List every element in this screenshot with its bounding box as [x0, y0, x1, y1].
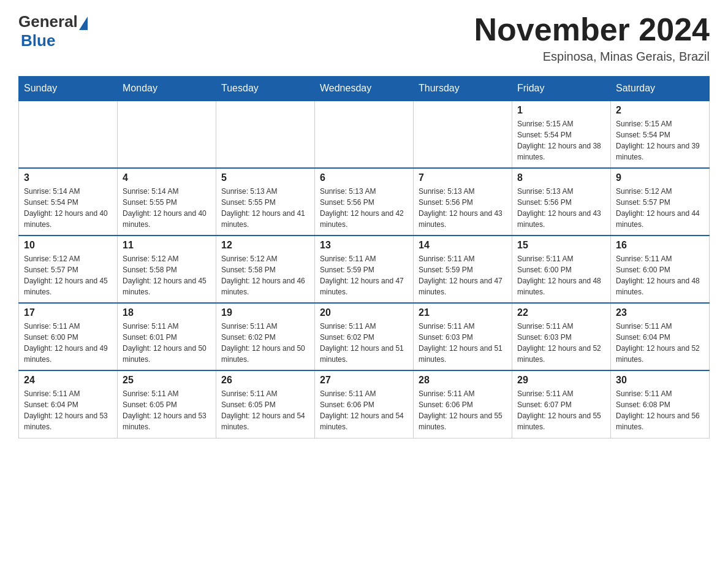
- day-number: 9: [616, 172, 704, 183]
- day-info: Sunrise: 5:13 AM Sunset: 5:55 PM Dayligh…: [221, 186, 309, 230]
- day-info: Sunrise: 5:13 AM Sunset: 5:56 PM Dayligh…: [517, 186, 605, 230]
- calendar-day-cell: 21Sunrise: 5:11 AM Sunset: 6:03 PM Dayli…: [414, 303, 512, 370]
- calendar-day-cell: 25Sunrise: 5:11 AM Sunset: 6:05 PM Dayli…: [118, 370, 216, 438]
- day-info: Sunrise: 5:11 AM Sunset: 6:05 PM Dayligh…: [221, 388, 309, 432]
- day-number: 5: [221, 172, 309, 183]
- day-info: Sunrise: 5:11 AM Sunset: 5:59 PM Dayligh…: [419, 253, 507, 297]
- calendar-day-cell: [118, 101, 216, 168]
- day-of-week-header: Tuesday: [216, 77, 315, 101]
- day-number: 20: [320, 307, 408, 318]
- calendar-day-cell: 27Sunrise: 5:11 AM Sunset: 6:06 PM Dayli…: [315, 370, 414, 438]
- day-info: Sunrise: 5:11 AM Sunset: 6:03 PM Dayligh…: [419, 321, 507, 365]
- day-number: 17: [24, 307, 112, 318]
- calendar-day-cell: 22Sunrise: 5:11 AM Sunset: 6:03 PM Dayli…: [512, 303, 611, 370]
- day-info: Sunrise: 5:13 AM Sunset: 5:56 PM Dayligh…: [419, 186, 507, 230]
- calendar-week-row: 1Sunrise: 5:15 AM Sunset: 5:54 PM Daylig…: [19, 101, 710, 168]
- day-info: Sunrise: 5:11 AM Sunset: 6:06 PM Dayligh…: [320, 388, 408, 432]
- day-number: 25: [123, 375, 211, 386]
- day-number: 19: [221, 307, 309, 318]
- day-of-week-header: Monday: [118, 77, 216, 101]
- calendar-day-cell: 12Sunrise: 5:12 AM Sunset: 5:58 PM Dayli…: [216, 236, 315, 303]
- calendar-day-cell: 26Sunrise: 5:11 AM Sunset: 6:05 PM Dayli…: [216, 370, 315, 438]
- calendar-day-cell: 8Sunrise: 5:13 AM Sunset: 5:56 PM Daylig…: [512, 168, 611, 236]
- day-number: 24: [24, 375, 112, 386]
- calendar-day-cell: 2Sunrise: 5:15 AM Sunset: 5:54 PM Daylig…: [611, 101, 710, 168]
- calendar-day-cell: 10Sunrise: 5:12 AM Sunset: 5:57 PM Dayli…: [19, 236, 118, 303]
- calendar-day-cell: 17Sunrise: 5:11 AM Sunset: 6:00 PM Dayli…: [19, 303, 118, 370]
- day-number: 6: [320, 172, 408, 183]
- day-number: 18: [123, 307, 211, 318]
- calendar-week-row: 24Sunrise: 5:11 AM Sunset: 6:04 PM Dayli…: [19, 370, 710, 438]
- calendar-day-cell: 16Sunrise: 5:11 AM Sunset: 6:00 PM Dayli…: [611, 236, 710, 303]
- logo-blue-text: Blue: [21, 31, 55, 50]
- calendar-day-cell: 28Sunrise: 5:11 AM Sunset: 6:06 PM Dayli…: [414, 370, 512, 438]
- day-info: Sunrise: 5:13 AM Sunset: 5:56 PM Dayligh…: [320, 186, 408, 230]
- day-number: 15: [517, 240, 605, 251]
- calendar-day-cell: [414, 101, 512, 168]
- day-info: Sunrise: 5:11 AM Sunset: 6:01 PM Dayligh…: [123, 321, 211, 365]
- day-info: Sunrise: 5:11 AM Sunset: 6:05 PM Dayligh…: [123, 388, 211, 432]
- day-number: 8: [517, 172, 605, 183]
- calendar-day-cell: 11Sunrise: 5:12 AM Sunset: 5:58 PM Dayli…: [118, 236, 216, 303]
- day-info: Sunrise: 5:11 AM Sunset: 6:03 PM Dayligh…: [517, 321, 605, 365]
- calendar-header-row: SundayMondayTuesdayWednesdayThursdayFrid…: [19, 77, 710, 101]
- calendar-week-row: 17Sunrise: 5:11 AM Sunset: 6:00 PM Dayli…: [19, 303, 710, 370]
- calendar-day-cell: 14Sunrise: 5:11 AM Sunset: 5:59 PM Dayli…: [414, 236, 512, 303]
- day-info: Sunrise: 5:11 AM Sunset: 6:02 PM Dayligh…: [221, 321, 309, 365]
- calendar-day-cell: 7Sunrise: 5:13 AM Sunset: 5:56 PM Daylig…: [414, 168, 512, 236]
- day-number: 27: [320, 375, 408, 386]
- location-label: Espinosa, Minas Gerais, Brazil: [474, 50, 710, 64]
- day-number: 23: [616, 307, 704, 318]
- day-of-week-header: Sunday: [19, 77, 118, 101]
- day-info: Sunrise: 5:14 AM Sunset: 5:54 PM Dayligh…: [24, 186, 112, 230]
- day-info: Sunrise: 5:11 AM Sunset: 6:02 PM Dayligh…: [320, 321, 408, 365]
- calendar-day-cell: 29Sunrise: 5:11 AM Sunset: 6:07 PM Dayli…: [512, 370, 611, 438]
- logo-triangle-icon: [79, 17, 88, 30]
- logo-general-text: General: [18, 12, 78, 31]
- calendar-day-cell: [315, 101, 414, 168]
- calendar-day-cell: 4Sunrise: 5:14 AM Sunset: 5:55 PM Daylig…: [118, 168, 216, 236]
- day-of-week-header: Thursday: [414, 77, 512, 101]
- day-of-week-header: Saturday: [611, 77, 710, 101]
- calendar-day-cell: [19, 101, 118, 168]
- calendar-day-cell: 5Sunrise: 5:13 AM Sunset: 5:55 PM Daylig…: [216, 168, 315, 236]
- day-number: 7: [419, 172, 507, 183]
- day-of-week-header: Friday: [512, 77, 611, 101]
- calendar-day-cell: 24Sunrise: 5:11 AM Sunset: 6:04 PM Dayli…: [19, 370, 118, 438]
- day-info: Sunrise: 5:11 AM Sunset: 6:08 PM Dayligh…: [616, 388, 704, 432]
- day-info: Sunrise: 5:11 AM Sunset: 6:00 PM Dayligh…: [616, 253, 704, 297]
- calendar-day-cell: 3Sunrise: 5:14 AM Sunset: 5:54 PM Daylig…: [19, 168, 118, 236]
- day-number: 29: [517, 375, 605, 386]
- day-number: 11: [123, 240, 211, 251]
- day-info: Sunrise: 5:11 AM Sunset: 6:04 PM Dayligh…: [616, 321, 704, 365]
- calendar-day-cell: 9Sunrise: 5:12 AM Sunset: 5:57 PM Daylig…: [611, 168, 710, 236]
- day-number: 21: [419, 307, 507, 318]
- day-number: 16: [616, 240, 704, 251]
- day-info: Sunrise: 5:11 AM Sunset: 6:07 PM Dayligh…: [517, 388, 605, 432]
- logo: General Blue: [18, 12, 88, 50]
- day-number: 13: [320, 240, 408, 251]
- day-number: 14: [419, 240, 507, 251]
- day-number: 12: [221, 240, 309, 251]
- month-title: November 2024: [474, 12, 710, 47]
- day-info: Sunrise: 5:12 AM Sunset: 5:58 PM Dayligh…: [221, 253, 309, 297]
- calendar-day-cell: 23Sunrise: 5:11 AM Sunset: 6:04 PM Dayli…: [611, 303, 710, 370]
- day-info: Sunrise: 5:11 AM Sunset: 6:04 PM Dayligh…: [24, 388, 112, 432]
- calendar-day-cell: 15Sunrise: 5:11 AM Sunset: 6:00 PM Dayli…: [512, 236, 611, 303]
- title-section: November 2024 Espinosa, Minas Gerais, Br…: [474, 12, 710, 64]
- calendar-day-cell: 18Sunrise: 5:11 AM Sunset: 6:01 PM Dayli…: [118, 303, 216, 370]
- day-number: 2: [616, 105, 704, 116]
- day-info: Sunrise: 5:12 AM Sunset: 5:58 PM Dayligh…: [123, 253, 211, 297]
- calendar-day-cell: 1Sunrise: 5:15 AM Sunset: 5:54 PM Daylig…: [512, 101, 611, 168]
- day-info: Sunrise: 5:15 AM Sunset: 5:54 PM Dayligh…: [517, 118, 605, 163]
- day-info: Sunrise: 5:14 AM Sunset: 5:55 PM Dayligh…: [123, 186, 211, 230]
- day-info: Sunrise: 5:11 AM Sunset: 6:00 PM Dayligh…: [24, 321, 112, 365]
- day-number: 4: [123, 172, 211, 183]
- day-info: Sunrise: 5:15 AM Sunset: 5:54 PM Dayligh…: [616, 118, 704, 163]
- day-number: 3: [24, 172, 112, 183]
- calendar-day-cell: 30Sunrise: 5:11 AM Sunset: 6:08 PM Dayli…: [611, 370, 710, 438]
- day-info: Sunrise: 5:12 AM Sunset: 5:57 PM Dayligh…: [24, 253, 112, 297]
- calendar-day-cell: 13Sunrise: 5:11 AM Sunset: 5:59 PM Dayli…: [315, 236, 414, 303]
- calendar-day-cell: 6Sunrise: 5:13 AM Sunset: 5:56 PM Daylig…: [315, 168, 414, 236]
- day-info: Sunrise: 5:12 AM Sunset: 5:57 PM Dayligh…: [616, 186, 704, 230]
